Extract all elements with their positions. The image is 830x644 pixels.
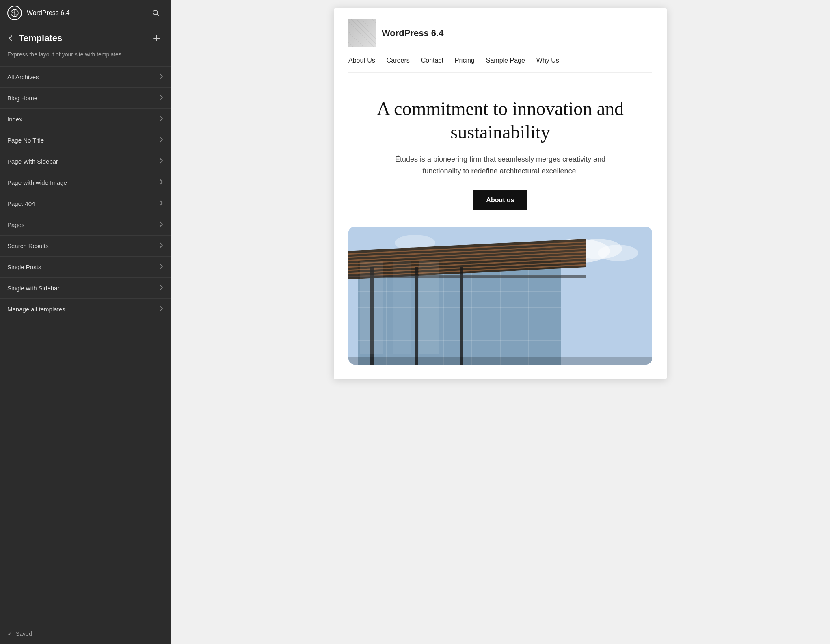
svg-rect-33 (460, 267, 463, 365)
sidebar: WordPress 6.4 Templates Express the layo… (0, 0, 171, 644)
chevron-right-icon (159, 115, 163, 123)
preview-panel: WordPress 6.4 About UsCareersContactPric… (171, 0, 830, 644)
svg-rect-35 (360, 261, 383, 354)
saved-label: Saved (16, 631, 32, 637)
nav-item[interactable]: Careers (387, 57, 410, 64)
hero-subtitle: Études is a pioneering firm that seamles… (387, 153, 614, 177)
template-item[interactable]: All Archives (0, 66, 171, 87)
manage-templates-label: Manage all templates (7, 306, 65, 313)
template-item[interactable]: Search Results (0, 235, 171, 256)
template-item[interactable]: Single with Sidebar (0, 277, 171, 298)
svg-rect-37 (419, 261, 439, 354)
template-item-label: Single with Sidebar (7, 285, 59, 292)
nav-item[interactable]: Contact (421, 57, 443, 64)
site-header: WordPress 6.4 About UsCareersContactPric… (334, 8, 667, 73)
chevron-right-icon (159, 73, 163, 81)
top-bar: WordPress 6.4 (0, 0, 171, 26)
template-item[interactable]: Single Posts (0, 256, 171, 277)
svg-point-8 (598, 245, 638, 261)
template-item[interactable]: Page with wide Image (0, 172, 171, 193)
app-title: WordPress 6.4 (27, 9, 144, 17)
chevron-right-icon (159, 221, 163, 229)
template-item-label: Page with wide Image (7, 179, 67, 186)
panel-title: Templates (19, 33, 146, 43)
manage-templates-item[interactable]: Manage all templates (0, 298, 171, 320)
template-item-label: Page: 404 (7, 200, 35, 207)
chevron-right-icon (159, 158, 163, 165)
site-name: WordPress 6.4 (382, 28, 443, 39)
wp-logo-icon (11, 9, 19, 17)
svg-rect-32 (415, 267, 418, 365)
template-item[interactable]: Blog Home (0, 87, 171, 108)
template-item[interactable]: Index (0, 108, 171, 130)
svg-line-2 (157, 14, 159, 16)
hero-title: A commitment to innovation and sustainab… (348, 97, 652, 144)
site-frame: WordPress 6.4 About UsCareersContactPric… (334, 8, 667, 379)
panel-description: Express the layout of your site with tem… (0, 49, 171, 66)
site-nav: About UsCareersContactPricingSample Page… (348, 57, 652, 73)
template-item-label: Search Results (7, 242, 49, 249)
template-item[interactable]: Page With Sidebar (0, 151, 171, 172)
template-item[interactable]: Page No Title (0, 130, 171, 151)
template-item-label: Pages (7, 221, 25, 228)
template-item-label: All Archives (7, 73, 39, 80)
nav-item[interactable]: About Us (348, 57, 375, 64)
chevron-right-icon (159, 242, 163, 250)
chevron-right-icon (159, 200, 163, 207)
saved-check-icon: ✓ (7, 630, 13, 638)
template-item-label: Single Posts (7, 264, 41, 270)
site-image-section (334, 227, 667, 379)
template-item[interactable]: Pages (0, 214, 171, 235)
saved-bar: ✓ Saved (0, 623, 171, 644)
panel-header: Templates (0, 26, 171, 49)
search-button[interactable] (149, 6, 163, 20)
template-item-label: Page With Sidebar (7, 158, 58, 165)
chevron-right-icon (159, 179, 163, 186)
nav-item[interactable]: Sample Page (486, 57, 525, 64)
svg-rect-36 (393, 261, 411, 354)
add-icon (153, 34, 161, 42)
wordpress-logo[interactable] (7, 6, 22, 20)
template-item-label: Blog Home (7, 95, 37, 102)
building-illustration (348, 227, 652, 365)
add-template-button[interactable] (150, 32, 163, 45)
template-item[interactable]: Page: 404 (0, 193, 171, 214)
site-logo-row: WordPress 6.4 (348, 19, 652, 47)
svg-rect-34 (348, 275, 586, 278)
template-list: All ArchivesBlog HomeIndexPage No TitleP… (0, 66, 171, 623)
nav-item[interactable]: Why Us (536, 57, 559, 64)
svg-rect-38 (348, 357, 652, 365)
chevron-right-icon (159, 284, 163, 292)
chevron-right-icon (159, 263, 163, 271)
template-item-label: Index (7, 116, 22, 123)
search-icon (152, 9, 160, 17)
site-hero: A commitment to innovation and sustainab… (334, 73, 667, 227)
nav-item[interactable]: Pricing (455, 57, 475, 64)
building-image (348, 227, 652, 365)
template-item-label: Page No Title (7, 137, 44, 144)
chevron-right-icon (159, 136, 163, 144)
back-arrow-icon (7, 35, 15, 42)
manage-chevron-right-icon (159, 305, 163, 313)
hero-button[interactable]: About us (473, 190, 527, 210)
back-button[interactable] (7, 35, 15, 42)
chevron-right-icon (159, 94, 163, 102)
site-logo-image (348, 19, 376, 47)
